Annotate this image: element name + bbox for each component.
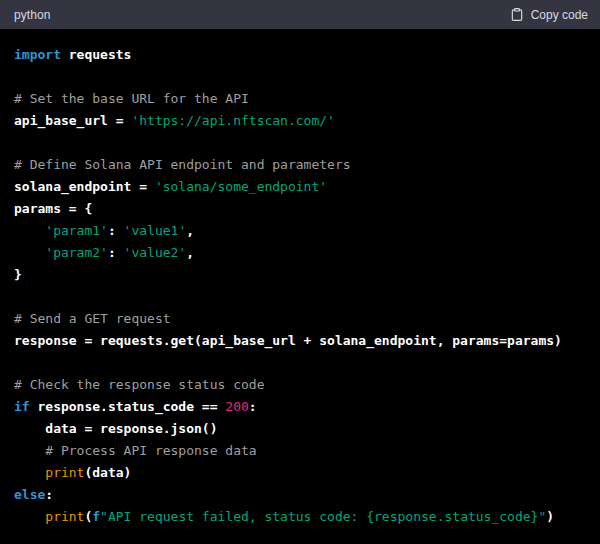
- code-block: python Copy code import requests # Set t…: [0, 0, 600, 544]
- code-line: if response.status_code == 200:: [14, 396, 586, 418]
- code-token: f: [92, 509, 100, 524]
- code-token: 'param2': [45, 245, 108, 260]
- code-token: # Set the base URL for the API: [14, 91, 249, 106]
- code-line: [14, 66, 586, 88]
- code-line: 'param1': 'value1',: [14, 220, 586, 242]
- code-line: # Set the base URL for the API: [14, 88, 586, 110]
- code-token: print: [45, 509, 84, 524]
- code-token: 'value1': [124, 223, 187, 238]
- code-token: response.status_code ==: [30, 399, 226, 414]
- code-token: :: [45, 487, 53, 502]
- code-token: [14, 465, 45, 480]
- code-token: if: [14, 399, 30, 414]
- code-token: 'value2': [124, 245, 187, 260]
- code-token: data = response.json(): [14, 421, 218, 436]
- code-line: api_base_url = 'https://api.nftscan.com/…: [14, 110, 586, 132]
- code-line: 'param2': 'value2',: [14, 242, 586, 264]
- code-token: :: [108, 223, 124, 238]
- code-token: response = requests.get(api_base_url + s…: [14, 333, 562, 348]
- code-token: api_base_url =: [14, 113, 131, 128]
- code-line: print(data): [14, 462, 586, 484]
- code-token: 200: [225, 399, 248, 414]
- code-token: :: [108, 245, 124, 260]
- code-token: :: [249, 399, 257, 414]
- code-line: print(f"API request failed, status code:…: [14, 506, 586, 528]
- code-block-header: python Copy code: [0, 0, 600, 29]
- clipboard-icon: [510, 7, 524, 22]
- code-token: solana_endpoint =: [14, 179, 155, 194]
- code-line: # Process API response data: [14, 440, 586, 462]
- code-line: import requests: [14, 44, 586, 66]
- code-token: print: [45, 465, 84, 480]
- code-token: # Send a GET request: [14, 311, 171, 326]
- code-line: solana_endpoint = 'solana/some_endpoint': [14, 176, 586, 198]
- code-token: else: [14, 487, 45, 502]
- code-token: [14, 223, 45, 238]
- code-token: (data): [84, 465, 131, 480]
- code-line: [14, 352, 586, 374]
- code-token: ,: [186, 245, 194, 260]
- code-line: params = {: [14, 198, 586, 220]
- code-token: [14, 509, 45, 524]
- code-token: ): [546, 509, 554, 524]
- copy-code-label: Copy code: [531, 8, 588, 22]
- code-token: "API request failed, status code: {respo…: [100, 509, 546, 524]
- code-token: [14, 245, 45, 260]
- code-line: data = response.json(): [14, 418, 586, 440]
- code-line: # Check the response status code: [14, 374, 586, 396]
- code-token: requests: [61, 47, 131, 62]
- code-token: params = {: [14, 201, 92, 216]
- code-line: [14, 132, 586, 154]
- code-content: import requests # Set the base URL for t…: [0, 29, 600, 544]
- code-token: 'param1': [45, 223, 108, 238]
- code-token: # Check the response status code: [14, 377, 264, 392]
- code-scroll-area[interactable]: import requests # Set the base URL for t…: [0, 29, 600, 544]
- code-token: }: [14, 267, 22, 282]
- code-token: 'solana/some_endpoint': [155, 179, 327, 194]
- code-token: [14, 443, 45, 458]
- code-line: # Send a GET request: [14, 308, 586, 330]
- code-line: response = requests.get(api_base_url + s…: [14, 330, 586, 352]
- code-line: [14, 286, 586, 308]
- code-line: else:: [14, 484, 586, 506]
- code-line: # Define Solana API endpoint and paramet…: [14, 154, 586, 176]
- code-token: 'https://api.nftscan.com/': [131, 113, 335, 128]
- code-token: import: [14, 47, 61, 62]
- copy-code-button[interactable]: Copy code: [510, 5, 588, 24]
- code-token: ,: [186, 223, 194, 238]
- code-token: # Define Solana API endpoint and paramet…: [14, 157, 351, 172]
- code-line: }: [14, 264, 586, 286]
- language-label: python: [14, 8, 51, 22]
- code-token: # Process API response data: [45, 443, 256, 458]
